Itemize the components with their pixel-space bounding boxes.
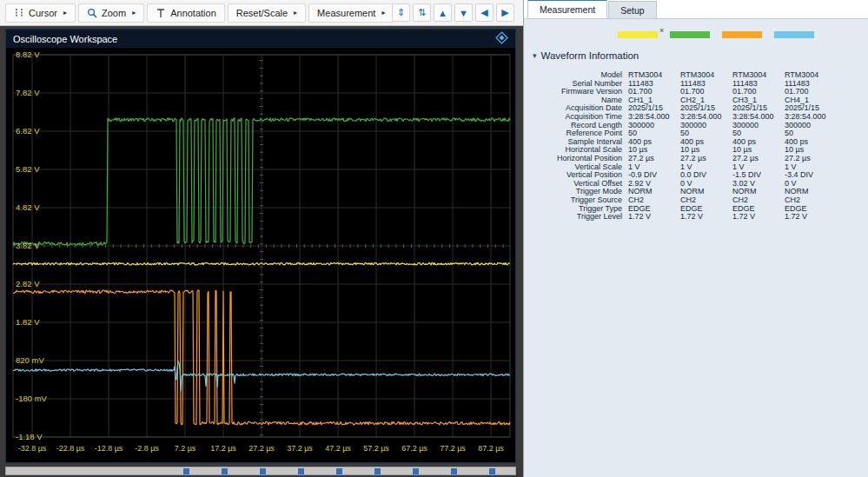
x-axis-label: 47.2 µs	[325, 444, 351, 453]
zoom-icon	[87, 8, 97, 18]
toolbar-arrow-buttons: ⇕⇅▲▼◀▶	[392, 3, 514, 22]
scrollbar-square[interactable]	[413, 468, 419, 474]
x-axis-label: -12.8 µs	[95, 444, 123, 453]
y-axis-label: -180 mV	[16, 394, 48, 403]
scope-pane: Cursor▸Zoom▸AnnotationReset/Scale▸Measur…	[0, 0, 523, 477]
x-axis-label: 77.2 µs	[440, 444, 466, 453]
workspace-title: Oscilloscope Workspace	[13, 34, 117, 44]
channel-color-bar[interactable]	[774, 31, 814, 38]
move-down-button[interactable]: ▼	[454, 3, 473, 22]
zoom-menu-button[interactable]: Zoom▸	[78, 3, 144, 23]
dropdown-arrow-icon: ▸	[132, 9, 136, 17]
move-left-button[interactable]: ◀	[475, 3, 494, 22]
channel-color-bar[interactable]	[722, 31, 762, 38]
waveform-swatch-1[interactable]: ×	[618, 31, 658, 40]
annotation-menu-button[interactable]: Annotation	[147, 3, 225, 23]
y-axis-label: -1.18 V	[16, 432, 43, 441]
scrollbar-square[interactable]	[489, 468, 495, 474]
scrollbar-square[interactable]	[260, 468, 266, 474]
scope-plot[interactable]: 8.82 V7.82 V6.82 V5.82 V4.82 V3.82 V2.82…	[6, 48, 515, 462]
info-value: 1.72 V	[628, 213, 680, 222]
x-axis-label: 87.2 µs	[478, 444, 504, 453]
x-axis-label: -2.8 µs	[135, 444, 159, 453]
y-axis-label: 820 mV	[16, 355, 44, 365]
toolbar: Cursor▸Zoom▸AnnotationReset/Scale▸Measur…	[0, 0, 523, 26]
info-panel: Measurement Setup × ▾ Waveform Informati…	[523, 0, 868, 477]
move-right-button[interactable]: ▶	[496, 3, 514, 22]
y-axis-label: 2.82 V	[16, 279, 40, 288]
x-axis-label: -22.8 µs	[56, 444, 85, 453]
collapse-triangle-icon: ▾	[533, 51, 537, 60]
panel-tabs: Measurement Setup	[524, 0, 868, 19]
workspace-header: Oscilloscope Workspace	[6, 30, 515, 48]
scrollbar-square[interactable]	[451, 468, 457, 474]
channel-color-bar[interactable]	[670, 31, 710, 38]
y-axis-label: 7.82 V	[16, 88, 40, 97]
x-axis-label: 37.2 µs	[287, 444, 313, 453]
scrollbar-square[interactable]	[374, 468, 381, 474]
menu-label: Cursor	[29, 8, 57, 18]
cursor-icon	[14, 8, 24, 18]
x-axis-label: -32.8 µs	[18, 444, 47, 453]
move-up-button[interactable]: ▲	[434, 3, 452, 22]
scrollbar-square[interactable]	[222, 468, 228, 474]
dropdown-arrow-icon: ▸	[294, 9, 297, 17]
menu-label: Zoom	[102, 8, 126, 18]
reset-scale-menu-button[interactable]: Reset/Scale▸	[228, 3, 306, 23]
y-axis-label: 5.82 V	[16, 164, 40, 174]
measurement-menu-button[interactable]: Measurement▸	[308, 3, 394, 23]
scrollbar-square[interactable]	[298, 468, 304, 474]
info-label: Trigger Level	[524, 213, 628, 222]
scrollbar-square[interactable]	[336, 468, 342, 474]
x-axis-label: 67.2 µs	[401, 444, 427, 453]
dropdown-arrow-icon: ▸	[381, 9, 385, 17]
waveform-swatch-2[interactable]	[670, 31, 710, 40]
waveform-info-table: ModelRTM3004RTM3004RTM3004RTM3004Serial …	[524, 71, 837, 222]
waveform-swatch-3[interactable]	[722, 31, 762, 40]
expand-vertical-button[interactable]: ⇕	[392, 3, 410, 22]
waveform-swatches: ×	[618, 31, 814, 40]
dropdown-arrow-icon: ▸	[63, 9, 67, 17]
waveform-info-header[interactable]: ▾ Waveform Information	[533, 50, 639, 61]
tab-measurement[interactable]: Measurement	[527, 0, 607, 18]
menu-label: Annotation	[170, 8, 216, 18]
close-icon[interactable]: ×	[659, 27, 664, 34]
menu-label: Reset/Scale	[236, 8, 288, 18]
scrollbar-square[interactable]	[183, 468, 189, 474]
rohde-schwarz-logo-icon	[495, 31, 508, 46]
y-axis-label: 3.82 V	[16, 241, 40, 250]
info-value: 1.72 V	[785, 213, 837, 222]
annotation-icon	[156, 8, 166, 18]
toolbar-menus: Cursor▸Zoom▸AnnotationReset/Scale▸Measur…	[5, 3, 396, 23]
compress-vertical-button[interactable]: ⇅	[413, 3, 431, 22]
cursor-menu-button[interactable]: Cursor▸	[5, 3, 76, 23]
section-title: Waveform Information	[541, 50, 639, 61]
menu-label: Measurement	[317, 8, 375, 18]
y-axis-label: 4.82 V	[16, 202, 40, 212]
y-axis-label: 8.82 V	[16, 50, 40, 59]
channel-color-bar[interactable]	[618, 31, 658, 38]
waveform-swatch-4[interactable]	[774, 31, 814, 40]
info-value: 1.72 V	[680, 213, 732, 222]
horizontal-scrollbar[interactable]	[5, 467, 516, 475]
x-axis-label: 57.2 µs	[363, 444, 389, 453]
y-axis-label: 6.82 V	[16, 126, 40, 136]
x-axis-label: 27.2 µs	[248, 444, 275, 453]
tab-setup[interactable]: Setup	[608, 1, 656, 18]
info-value: 1.72 V	[732, 213, 785, 222]
x-axis-label: 7.2 µs	[175, 444, 196, 453]
oscilloscope-workspace: Oscilloscope Workspace 8.82 V7.82 V6.82 …	[5, 29, 516, 463]
y-axis-label: 1.82 V	[16, 317, 40, 327]
panel-content: × ▾ Waveform Information ModelRTM3004RTM…	[524, 19, 868, 477]
x-axis-label: 17.2 µs	[210, 444, 236, 453]
